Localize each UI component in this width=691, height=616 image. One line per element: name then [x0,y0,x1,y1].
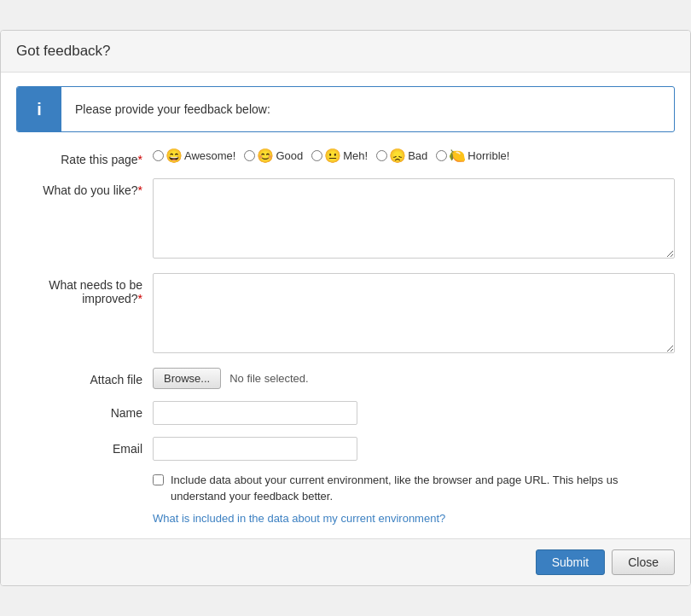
what-like-textarea[interactable] [153,178,675,259]
browse-button[interactable]: Browse... [153,368,221,389]
include-data-section: Include data about your current environm… [16,473,675,524]
rating-good[interactable]: 😊 Good [244,148,303,164]
close-button[interactable]: Close [612,549,675,575]
env-link[interactable]: What is included in the data about my cu… [153,512,445,525]
feedback-dialog: Got feedback? i Please provide your feed… [0,30,691,585]
name-input[interactable] [153,401,357,425]
attach-row: Attach file Browse... No file selected. [16,368,675,389]
dialog-body: i Please provide your feedback below: Ra… [1,73,690,538]
include-data-checkbox[interactable] [153,474,164,485]
meh-emoji: 😐 [324,148,341,164]
what-like-row: What do you like?* [16,178,675,261]
name-label: Name [16,401,153,420]
what-improve-wrap [153,273,675,356]
bad-emoji: 😞 [389,148,406,164]
horrible-label: Horrible! [467,149,509,162]
attach-wrap: Browse... No file selected. [153,368,675,389]
submit-button[interactable]: Submit [536,549,606,575]
rate-required: * [138,153,142,166]
rating-horrible[interactable]: 🍋 Horrible! [436,148,509,164]
rating-bad[interactable]: 😞 Bad [376,148,427,164]
info-icon: i [17,87,61,131]
meh-label: Meh! [343,149,368,162]
info-banner: i Please provide your feedback below: [16,86,675,132]
rating-horrible-radio[interactable] [436,150,447,161]
rating-meh[interactable]: 😐 Meh! [311,148,368,164]
awesome-emoji: 😄 [165,148,183,164]
what-like-required: * [138,183,142,197]
bad-label: Bad [408,149,427,162]
no-file-text: No file selected. [229,372,309,385]
what-like-wrap [153,178,675,261]
awesome-label: Awesome! [184,149,235,162]
email-wrap [153,437,675,461]
what-improve-label: What needs to be improved?* [16,273,153,305]
rating-awesome-radio[interactable] [153,150,164,161]
what-improve-row: What needs to be improved?* [16,273,675,356]
include-data-label: Include data about your current environm… [171,473,675,503]
email-input[interactable] [153,437,357,461]
info-banner-text: Please provide your feedback below: [61,90,284,128]
rating-bad-radio[interactable] [376,150,387,161]
email-label: Email [16,437,153,456]
name-row: Name [16,401,675,425]
rating-good-radio[interactable] [244,150,255,161]
include-data-row: Include data about your current environm… [153,473,675,503]
name-wrap [153,401,675,425]
rate-label: Rate this page* [16,148,153,166]
rating-options: 😄 Awesome! 😊 Good 😐 Meh! 😞 Bad [153,148,675,164]
good-emoji: 😊 [257,148,274,164]
good-label: Good [276,149,303,162]
rate-row: Rate this page* 😄 Awesome! 😊 Good 😐 Meh! [16,148,675,166]
what-like-label: What do you like?* [16,178,153,197]
what-improve-textarea[interactable] [153,273,675,353]
dialog-footer: Submit Close [1,538,690,585]
rating-awesome[interactable]: 😄 Awesome! [153,148,235,164]
dialog-header: Got feedback? [1,31,690,73]
rating-meh-radio[interactable] [311,150,322,161]
dialog-title: Got feedback? [16,43,675,60]
what-improve-required: * [138,292,142,305]
horrible-emoji: 🍋 [449,148,466,164]
email-row: Email [16,437,675,461]
attach-label: Attach file [16,368,153,386]
